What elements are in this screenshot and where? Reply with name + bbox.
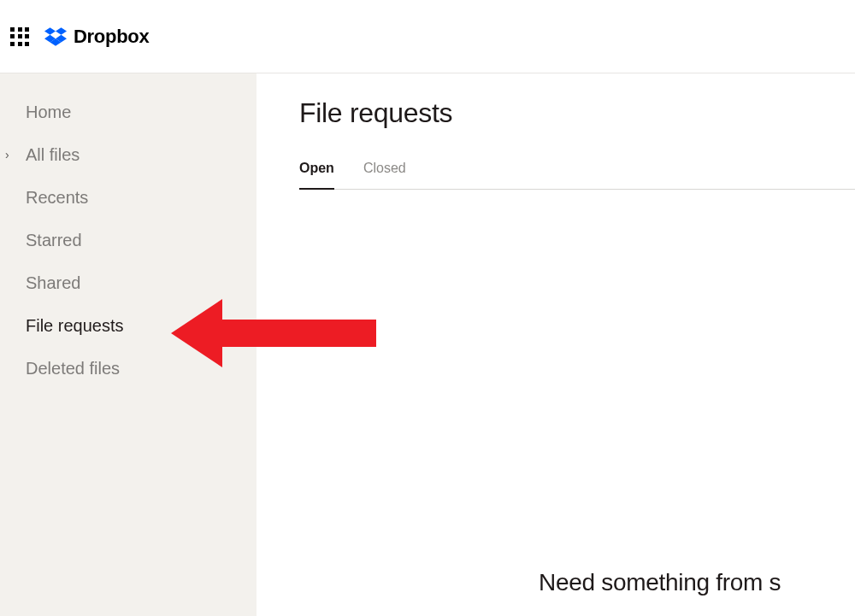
sidebar-item-label: Home bbox=[26, 103, 71, 122]
tab-label: Open bbox=[299, 161, 334, 175]
sidebar-item-all-files[interactable]: › All files bbox=[0, 133, 256, 176]
sidebar-item-deleted-files[interactable]: Deleted files bbox=[0, 347, 256, 390]
sidebar-item-label: All files bbox=[26, 145, 80, 165]
sidebar-item-shared[interactable]: Shared bbox=[0, 261, 256, 304]
tabs: Open Closed bbox=[299, 160, 855, 190]
sidebar-item-recents[interactable]: Recents bbox=[0, 176, 256, 219]
main-content: File requests Open Closed bbox=[256, 73, 855, 616]
empty-state-illustration bbox=[573, 244, 855, 569]
sidebar-item-home[interactable]: Home bbox=[0, 91, 256, 133]
topbar: Dropbox bbox=[0, 0, 855, 73]
brand-name: Dropbox bbox=[74, 26, 149, 48]
tab-label: Closed bbox=[363, 161, 406, 175]
tab-open[interactable]: Open bbox=[299, 161, 334, 190]
sidebar-item-file-requests[interactable]: File requests bbox=[0, 304, 256, 347]
chevron-right-icon: › bbox=[5, 148, 9, 161]
sidebar-item-label: Starred bbox=[26, 231, 82, 250]
empty-state-caption: Need something from s bbox=[539, 569, 781, 596]
sidebar-item-label: Recents bbox=[26, 188, 88, 208]
sidebar: Home › All files Recents Starred Shared … bbox=[0, 73, 256, 616]
sidebar-item-label: Deleted files bbox=[26, 359, 120, 378]
page-title: File requests bbox=[299, 97, 855, 129]
tab-closed[interactable]: Closed bbox=[363, 161, 406, 190]
sidebar-item-label: File requests bbox=[26, 316, 124, 336]
sidebar-item-starred[interactable]: Starred bbox=[0, 219, 256, 261]
sidebar-item-label: Shared bbox=[26, 273, 81, 293]
apps-grid-icon[interactable] bbox=[10, 27, 29, 46]
brand-logo[interactable]: Dropbox bbox=[44, 26, 149, 48]
dropbox-icon bbox=[44, 26, 67, 47]
